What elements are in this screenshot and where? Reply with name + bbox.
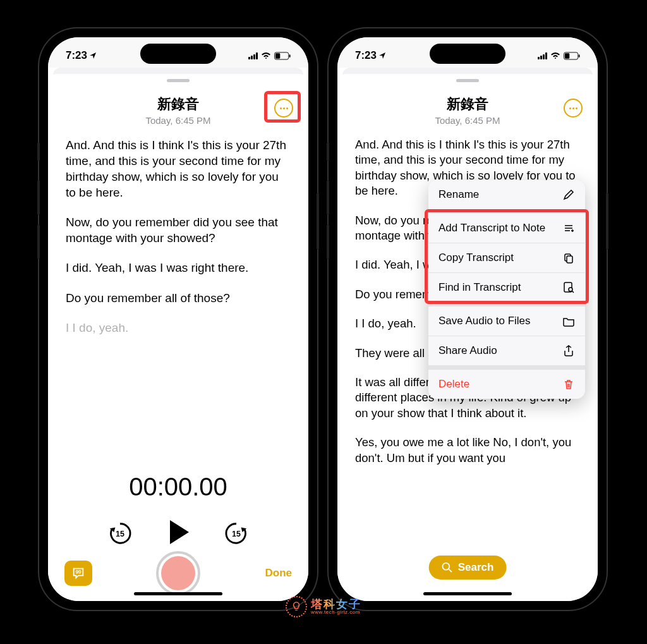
dynamic-island (430, 44, 505, 64)
menu-label: Copy Transcript (438, 252, 514, 264)
battery-icon (274, 52, 291, 60)
cellular-icon (248, 52, 258, 59)
side-button (606, 193, 608, 250)
location-icon (378, 52, 386, 59)
wifi-icon (550, 52, 560, 59)
recording-subtitle: Today, 6:45 PM (350, 115, 585, 126)
menu-delete[interactable]: Delete (428, 370, 585, 399)
status-time: 7:23 (355, 49, 377, 62)
transcript-line: I I do, yeah. (66, 320, 291, 336)
volume-up (327, 180, 329, 215)
ellipsis-icon (280, 107, 288, 109)
menu-label: Add Transcript to Note (438, 222, 545, 234)
bulb-icon (286, 596, 307, 617)
transcript-toggle-button[interactable]: 99 (64, 561, 92, 586)
recording-header: 新錄音 Today, 6:45 PM (337, 86, 598, 132)
side-button (317, 193, 319, 250)
trash-icon (562, 378, 575, 391)
recording-header: 新錄音 Today, 6:45 PM (48, 86, 308, 132)
transcript-line: Yes, you owe me a lot like No, I don't, … (355, 435, 580, 466)
location-icon (89, 52, 97, 59)
home-indicator[interactable] (423, 592, 512, 595)
record-button[interactable] (156, 551, 200, 595)
wifi-icon (261, 52, 271, 59)
menu-label: Save Audio to Files (438, 315, 531, 327)
recording-subtitle: Today, 6:45 PM (61, 115, 296, 126)
volume-down (327, 224, 329, 259)
svg-rect-1 (275, 53, 280, 58)
menu-add-transcript-to-note[interactable]: Add Transcript to Note (428, 214, 585, 243)
ellipsis-icon (569, 107, 577, 109)
more-button[interactable] (564, 99, 583, 118)
mute-switch (37, 142, 40, 161)
svg-rect-7 (565, 53, 569, 58)
context-menu: Rename Add Transcript to Note Copy Trans… (428, 180, 585, 399)
playback-timer: 00:00.00 (48, 473, 308, 501)
svg-text:15: 15 (232, 530, 241, 538)
search-label: Search (458, 561, 494, 574)
logo-text-cn: 塔科女子 (311, 598, 361, 610)
menu-copy-transcript[interactable]: Copy Transcript (428, 243, 585, 273)
sheet: 新錄音 Today, 6:45 PM And. And this is I th… (337, 74, 598, 601)
recording-title: 新錄音 (350, 95, 585, 114)
menu-save-audio-to-files[interactable]: Save Audio to Files (428, 307, 585, 336)
skip-forward-button[interactable]: 15 (223, 520, 250, 547)
copy-icon (562, 252, 575, 264)
transcript-line: Now, do you remember did you see that mo… (66, 214, 291, 246)
status-bar: 7:23 (337, 37, 598, 68)
sheet-grabber[interactable] (456, 79, 479, 82)
transcript-line: And. And this is I think I's this is you… (66, 137, 291, 200)
svg-text:99: 99 (75, 569, 82, 575)
more-button[interactable] (274, 99, 293, 118)
svg-rect-2 (289, 54, 291, 58)
svg-point-13 (442, 563, 449, 570)
play-button[interactable] (164, 518, 193, 549)
transcript-line: I did. Yeah, I was I was right there. (66, 260, 291, 276)
svg-rect-10 (567, 256, 572, 263)
mute-switch (327, 142, 329, 161)
home-indicator[interactable] (134, 592, 222, 595)
menu-label: Delete (438, 378, 469, 391)
transcript-line: Do you remember all of those? (66, 290, 291, 306)
status-time: 7:23 (66, 49, 87, 62)
pencil-icon (562, 188, 575, 201)
phone-right: 7:23 新錄音 Today, 6:45 PM (329, 28, 607, 610)
folder-icon (562, 315, 575, 327)
screen-left: 7:23 新錄音 Today, 6:45 PM (48, 37, 308, 601)
volume-up (37, 180, 40, 215)
sheet: 新錄音 Today, 6:45 PM And. And this is I th… (48, 74, 308, 601)
playback-controls: 15 15 (48, 518, 308, 549)
sheet-grabber[interactable] (167, 79, 190, 82)
phone-left: 7:23 新錄音 Today, 6:45 PM (39, 28, 317, 610)
svg-text:15: 15 (116, 530, 124, 538)
recording-title: 新錄音 (61, 95, 296, 114)
search-icon (442, 562, 453, 573)
watermark-logo: 塔科女子 www.tech-girlz.com (286, 596, 361, 617)
svg-rect-8 (579, 54, 580, 58)
done-button[interactable]: Done (265, 567, 293, 580)
search-button[interactable]: Search (429, 556, 507, 580)
menu-label: Find in Transcript (438, 281, 521, 294)
logo-text-en: www.tech-girlz.com (311, 610, 361, 615)
find-icon (562, 281, 575, 294)
volume-down (37, 224, 40, 259)
menu-rename[interactable]: Rename (428, 180, 585, 210)
transcript-left[interactable]: And. And this is I think I's this is you… (48, 132, 308, 466)
record-icon (161, 556, 195, 590)
menu-label: Rename (438, 188, 479, 201)
menu-share-audio[interactable]: Share Audio (428, 336, 585, 366)
screen-right: 7:23 新錄音 Today, 6:45 PM (337, 37, 598, 601)
menu-label: Share Audio (438, 344, 497, 357)
dynamic-island (140, 44, 216, 64)
share-icon (562, 344, 575, 357)
skip-back-button[interactable]: 15 (107, 520, 133, 547)
add-note-icon (562, 222, 575, 234)
cellular-icon (538, 52, 547, 59)
status-bar: 7:23 (48, 37, 308, 68)
battery-icon (564, 52, 580, 60)
menu-find-in-transcript[interactable]: Find in Transcript (428, 273, 585, 303)
